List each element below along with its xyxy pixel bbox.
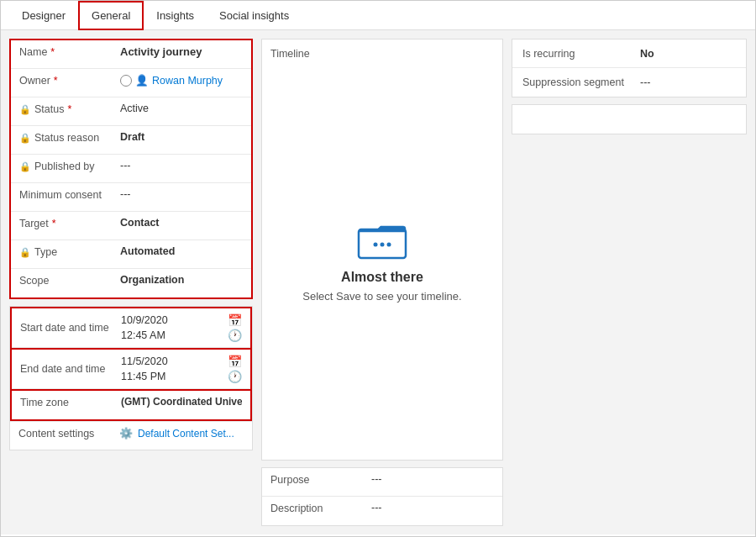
label-name: Name *: [19, 45, 120, 58]
label-start-date: Start date and time: [20, 322, 121, 334]
empty-card: [512, 104, 747, 134]
tab-insights[interactable]: Insights: [144, 2, 207, 29]
value-published-by: ---: [120, 160, 243, 171]
start-date-value[interactable]: 10/9/2020: [121, 314, 168, 326]
label-is-recurring: Is recurring: [522, 48, 640, 60]
lock-icon-3: 🔒: [19, 161, 31, 172]
main-content: Name * Activity journey Owner * 👤 Rowan …: [1, 30, 755, 534]
start-date-section: Start date and time 10/9/2020 📅 12:45 AM…: [10, 307, 252, 350]
clock-icon-start[interactable]: 🕐: [228, 329, 242, 342]
value-is-recurring: No: [640, 48, 736, 60]
content-settings-link[interactable]: Default Content Set...: [138, 428, 234, 440]
timezone-section: Time zone (GMT) Coordinated Unive: [10, 391, 252, 421]
value-status: Active: [120, 103, 243, 114]
value-status-reason: Draft: [120, 131, 243, 143]
svg-point-3: [387, 242, 391, 246]
settings-icon: ⚙️: [119, 427, 133, 440]
top-form-card: Name * Activity journey Owner * 👤 Rowan …: [9, 39, 253, 299]
value-name[interactable]: Activity journey: [120, 45, 243, 58]
value-type: Automated: [120, 245, 243, 257]
folder-icon: [357, 218, 407, 260]
timeline-card: Timeline Almost there Select Save to see…: [261, 39, 503, 461]
field-suppression-segment: Suppression segment ---: [512, 68, 746, 97]
value-purpose[interactable]: ---: [371, 473, 494, 485]
field-minimum-consent: Minimum consent ---: [11, 183, 251, 212]
field-is-recurring: Is recurring No: [512, 39, 746, 68]
lock-icon-2: 🔒: [19, 133, 31, 144]
field-scope: Scope Organization: [11, 269, 251, 297]
value-scope[interactable]: Organization: [120, 274, 243, 286]
field-target: Target * Contact: [11, 212, 251, 240]
label-scope: Scope: [19, 274, 120, 287]
save-text: Select Save to see your timeline.: [302, 290, 461, 303]
field-status-reason: 🔒 Status reason Draft: [11, 126, 251, 155]
value-suppression-segment: ---: [640, 76, 736, 88]
label-purpose: Purpose: [270, 473, 371, 486]
value-content-settings[interactable]: ⚙️ Default Content Set...: [119, 427, 244, 440]
timeline-label: Timeline: [270, 48, 310, 60]
field-purpose: Purpose ---: [262, 468, 502, 497]
svg-point-2: [381, 242, 385, 246]
label-status: 🔒 Status *: [19, 103, 120, 115]
label-published-by: 🔒 Published by: [19, 160, 120, 172]
start-time-value[interactable]: 12:45 AM: [121, 329, 165, 341]
tab-bar: Designer General Insights Social insight…: [1, 1, 755, 30]
date-form-card: Start date and time 10/9/2020 📅 12:45 AM…: [9, 306, 253, 450]
value-timezone[interactable]: (GMT) Coordinated Unive: [121, 396, 242, 408]
end-time-row: 11:45 PM 🕐: [121, 370, 242, 383]
value-description[interactable]: ---: [371, 502, 494, 513]
left-panel: Name * Activity journey Owner * 👤 Rowan …: [9, 39, 253, 526]
right-card-1: Is recurring No Suppression segment ---: [512, 39, 747, 97]
label-end-date: End date and time: [20, 363, 121, 375]
user-icon: 👤: [135, 74, 149, 87]
value-minimum-consent: ---: [120, 188, 243, 200]
label-target: Target *: [19, 217, 120, 229]
app-container: Designer General Insights Social insight…: [0, 0, 756, 537]
label-status-reason: 🔒 Status reason: [19, 131, 120, 144]
middle-panel: Timeline Almost there Select Save to see…: [261, 39, 503, 526]
owner-name[interactable]: Rowan Murphy: [152, 75, 223, 87]
right-panel: Is recurring No Suppression segment ---: [512, 39, 747, 526]
almost-there-heading: Almost there: [341, 270, 423, 285]
timeline-content: Almost there Select Save to see your tim…: [270, 68, 494, 451]
label-type: 🔒 Type: [19, 245, 120, 258]
tab-social-insights[interactable]: Social insights: [207, 2, 302, 29]
lock-icon-4: 🔒: [19, 247, 31, 258]
end-date-section: End date and time 11/5/2020 📅 11:45 PM 🕐: [10, 350, 252, 391]
field-timezone: Time zone (GMT) Coordinated Unive: [12, 391, 250, 419]
purpose-card: Purpose --- Description ---: [261, 467, 503, 526]
value-owner[interactable]: 👤 Rowan Murphy: [120, 74, 243, 87]
circle-icon: [120, 75, 132, 87]
tab-general[interactable]: General: [78, 1, 144, 30]
field-end-date: End date and time 11/5/2020 📅 11:45 PM 🕐: [12, 350, 250, 389]
field-owner: Owner * 👤 Rowan Murphy: [11, 69, 251, 97]
field-status: 🔒 Status * Active: [11, 97, 251, 126]
value-target[interactable]: Contact: [120, 217, 243, 229]
start-date-values: 10/9/2020 📅 12:45 AM 🕐: [121, 313, 242, 342]
label-timezone: Time zone: [20, 396, 121, 408]
field-content-settings: Content settings ⚙️ Default Content Set.…: [10, 421, 252, 450]
svg-point-1: [374, 242, 378, 246]
label-content-settings: Content settings: [18, 427, 119, 440]
end-time-value[interactable]: 11:45 PM: [121, 371, 166, 382]
field-published-by: 🔒 Published by ---: [11, 155, 251, 183]
end-date-value[interactable]: 11/5/2020: [121, 355, 168, 367]
label-description: Description: [270, 502, 371, 514]
start-time-row: 12:45 AM 🕐: [121, 329, 242, 342]
label-suppression-segment: Suppression segment: [522, 76, 640, 88]
calendar-icon-start[interactable]: 📅: [228, 313, 242, 327]
field-description: Description ---: [262, 497, 502, 525]
calendar-icon-end[interactable]: 📅: [228, 355, 242, 368]
end-date-row: 11/5/2020 📅: [121, 355, 242, 368]
start-date-row: 10/9/2020 📅: [121, 313, 242, 327]
field-name: Name * Activity journey: [11, 40, 251, 69]
label-owner: Owner *: [19, 74, 120, 87]
clock-icon-end[interactable]: 🕐: [228, 370, 242, 383]
field-start-date: Start date and time 10/9/2020 📅 12:45 AM…: [12, 308, 250, 348]
label-minimum-consent: Minimum consent: [19, 188, 120, 201]
end-date-values: 11/5/2020 📅 11:45 PM 🕐: [121, 355, 242, 383]
tab-designer[interactable]: Designer: [9, 2, 78, 29]
field-type: 🔒 Type Automated: [11, 240, 251, 269]
lock-icon: 🔒: [19, 104, 31, 115]
